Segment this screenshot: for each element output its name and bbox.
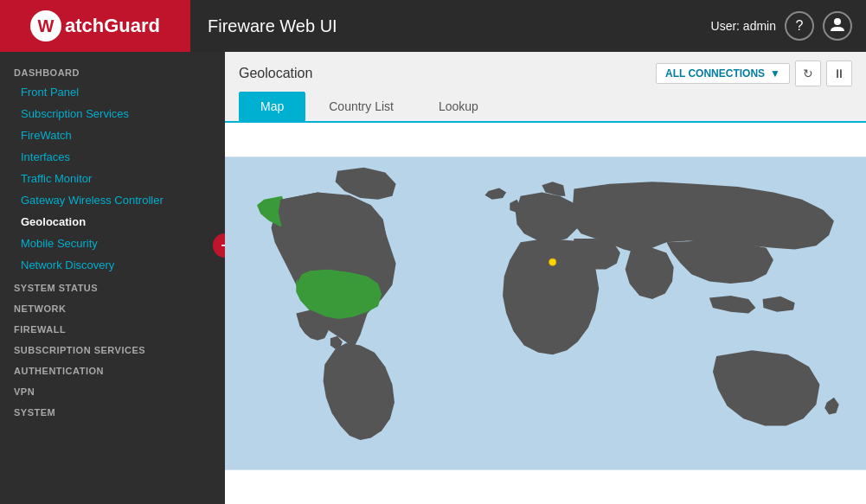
user-label: User: admin [711, 19, 776, 33]
pause-icon: ⏸ [833, 67, 845, 80]
profile-button[interactable] [823, 11, 852, 41]
app-title: Fireware Web UI [190, 16, 711, 36]
sidebar-section-system: SYSTEM [0, 400, 225, 421]
help-icon: ? [796, 18, 804, 34]
sidebar-item-geolocation[interactable]: Geolocation [0, 211, 225, 233]
help-button[interactable]: ? [785, 11, 814, 41]
content-area: Geolocation ALL CONNECTIONS ▼ ↻ ⏸ Map Co… [225, 52, 866, 504]
logo-area: W atchGuard [0, 0, 190, 52]
sidebar-section-dashboard: DASHBOARD [0, 61, 225, 81]
sidebar-item-subscription-services[interactable]: Subscription Services [0, 103, 225, 124]
sidebar-item-firewatch[interactable]: FireWatch [0, 124, 225, 146]
profile-icon [829, 16, 846, 36]
logo: W atchGuard [30, 10, 160, 41]
refresh-button[interactable]: ↻ [795, 61, 821, 86]
map-container [225, 123, 866, 504]
connections-label: ALL CONNECTIONS [665, 67, 765, 80]
tab-map[interactable]: Map [239, 92, 305, 121]
sidebar-section-authentication: AUTHENTICATION [0, 359, 225, 380]
dropdown-arrow-icon: ▼ [770, 67, 780, 80]
world-map [225, 123, 866, 504]
sidebar-item-front-panel[interactable]: Front Panel [0, 81, 225, 103]
sidebar: DASHBOARD Front Panel Subscription Servi… [0, 52, 225, 504]
main-layout: DASHBOARD Front Panel Subscription Servi… [0, 52, 866, 504]
pause-button[interactable]: ⏸ [826, 61, 852, 86]
tabs-bar: Map Country List Lookup [225, 92, 866, 123]
sidebar-section-vpn: VPN [0, 380, 225, 400]
connection-controls: ALL CONNECTIONS ▼ ↻ ⏸ [656, 61, 852, 86]
all-connections-dropdown[interactable]: ALL CONNECTIONS ▼ [656, 63, 790, 84]
sidebar-section-network: NETWORK [0, 297, 225, 317]
sidebar-section-firewall: FIREWALL [0, 317, 225, 338]
sidebar-item-network-discovery[interactable]: Network Discovery [0, 254, 225, 276]
sidebar-item-traffic-monitor[interactable]: Traffic Monitor [0, 168, 225, 189]
tab-country-list[interactable]: Country List [307, 92, 415, 121]
header-right: User: admin ? [711, 11, 866, 41]
sidebar-section-subscription-services: SUBSCRIPTION SERVICES [0, 338, 225, 359]
tab-lookup[interactable]: Lookup [417, 92, 500, 121]
svg-point-0 [834, 18, 841, 25]
header: W atchGuard Fireware Web UI User: admin … [0, 0, 866, 52]
sidebar-item-interfaces[interactable]: Interfaces [0, 146, 225, 168]
sidebar-item-mobile-security[interactable]: Mobile Security [0, 233, 225, 254]
sidebar-section-system-status: SYSTEM STATUS [0, 276, 225, 297]
sidebar-item-gateway-wireless-controller[interactable]: Gateway Wireless Controller [0, 189, 225, 211]
refresh-icon: ↻ [803, 67, 813, 80]
svg-point-2 [549, 258, 556, 265]
logo-w-icon: W [30, 10, 61, 41]
content-header: Geolocation ALL CONNECTIONS ▼ ↻ ⏸ [225, 52, 866, 92]
page-title: Geolocation [239, 66, 312, 81]
logo-name: atchGuard [65, 15, 160, 37]
